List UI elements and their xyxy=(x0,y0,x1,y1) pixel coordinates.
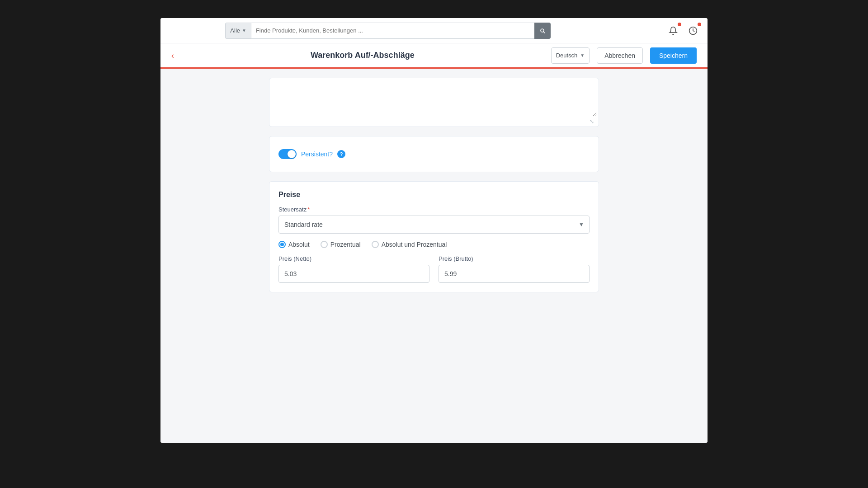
radio-prozentual-circle xyxy=(321,241,328,248)
search-area: Alle ▼ xyxy=(225,23,551,39)
all-btn-chevron: ▼ xyxy=(242,28,246,33)
back-button[interactable]: ‹ xyxy=(171,52,174,60)
language-label: Deutsch xyxy=(556,52,578,59)
radio-group: Absolut Prozentual Absolut und Prozentua… xyxy=(278,241,590,248)
radio-absolut[interactable]: Absolut xyxy=(278,241,310,248)
clock-badge xyxy=(698,23,701,26)
price-gross-input[interactable] xyxy=(439,265,590,283)
price-net-input[interactable] xyxy=(278,265,429,283)
resize-icon: ⤡ xyxy=(590,118,595,124)
tax-select-wrapper: Standard rate Reduced rate Zero rate ▼ xyxy=(278,216,590,234)
header-bar: ‹ Warenkorb Auf/-Abschläge Deutsch ▼ Abb… xyxy=(160,43,708,69)
clock-button[interactable] xyxy=(686,23,700,38)
radio-absolut-prozentual-circle xyxy=(372,241,379,248)
price-gross-field: Preis (Brutto) xyxy=(439,255,590,283)
required-star: * xyxy=(307,206,310,213)
search-icon xyxy=(539,28,546,34)
tax-rate-field: Steuersatz* Standard rate Reduced rate Z… xyxy=(278,206,590,234)
persistent-toggle[interactable] xyxy=(278,149,297,159)
price-net-field: Preis (Netto) xyxy=(278,255,429,283)
help-icon[interactable]: ? xyxy=(337,150,345,158)
language-dropdown[interactable]: Deutsch ▼ xyxy=(551,47,590,64)
radio-prozentual[interactable]: Prozentual xyxy=(321,241,361,248)
price-fields: Preis (Netto) Preis (Brutto) xyxy=(278,255,590,283)
tax-select[interactable]: Standard rate Reduced rate Zero rate xyxy=(278,216,590,234)
radio-absolut-dot xyxy=(280,243,284,246)
price-net-label: Preis (Netto) xyxy=(278,255,429,262)
radio-absolut-label: Absolut xyxy=(288,241,310,248)
persistent-row: Persistent? ? xyxy=(278,145,590,163)
radio-absolut-circle xyxy=(278,241,286,248)
prices-section-title: Preise xyxy=(278,191,590,199)
top-bar-right xyxy=(666,23,700,38)
tax-label: Steuersatz* xyxy=(278,206,590,213)
bell-icon xyxy=(669,26,678,35)
page-title: Warenkorb Auf/-Abschläge xyxy=(181,51,544,60)
notification-badge xyxy=(678,23,681,26)
prices-card: Preise Steuersatz* Standard rate Reduced… xyxy=(269,181,599,292)
search-submit-button[interactable] xyxy=(534,23,551,39)
content-inner: ⤡ Persistent? ? Preise xyxy=(269,78,599,292)
persistent-label: Persistent? xyxy=(301,150,333,158)
main-content: ⤡ Persistent? ? Preise xyxy=(160,69,708,443)
clock-icon xyxy=(689,26,698,35)
radio-absolut-prozentual-label: Absolut und Prozentual xyxy=(382,241,447,248)
all-btn-label: Alle xyxy=(230,27,240,34)
all-dropdown-button[interactable]: Alle ▼ xyxy=(225,23,251,39)
save-button[interactable]: Speichern xyxy=(650,47,697,64)
radio-prozentual-label: Prozentual xyxy=(330,241,361,248)
persistent-card: Persistent? ? xyxy=(269,136,599,172)
search-input[interactable] xyxy=(251,23,551,39)
search-input-wrapper xyxy=(251,23,551,39)
price-gross-label: Preis (Brutto) xyxy=(439,255,590,262)
description-textarea[interactable] xyxy=(271,80,597,116)
notifications-button[interactable] xyxy=(666,23,680,38)
description-card: ⤡ xyxy=(269,78,599,127)
resize-handle-area: ⤡ xyxy=(271,117,597,125)
cancel-button[interactable]: Abbrechen xyxy=(597,47,643,64)
radio-absolut-prozentual[interactable]: Absolut und Prozentual xyxy=(372,241,447,248)
toggle-knob xyxy=(288,150,296,158)
top-bar: Alle ▼ xyxy=(160,18,708,43)
language-chevron: ▼ xyxy=(580,53,585,58)
